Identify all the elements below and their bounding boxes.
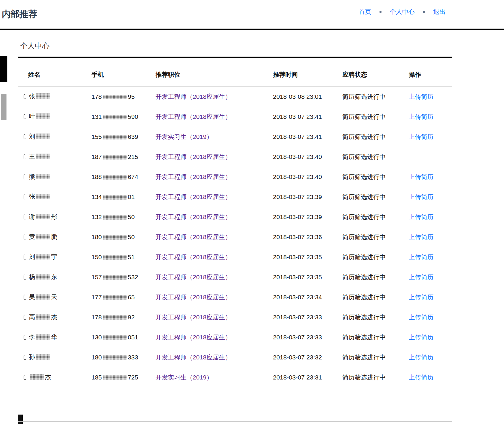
attachment-icon xyxy=(23,174,27,181)
nav-home-link[interactable]: 首页 xyxy=(359,8,371,16)
application-status: 简历筛选进行中 xyxy=(342,127,409,147)
candidate-phone-cell: 180333 xyxy=(91,347,156,367)
name-visible-prefix: 张 xyxy=(29,93,35,100)
position-link[interactable]: 开发工程师（2018应届生） xyxy=(156,234,231,240)
position-link[interactable]: 开发工程师（2018应届生） xyxy=(156,254,231,260)
nav-personal-center-link[interactable]: 个人中心 xyxy=(390,8,415,16)
attachment-icon xyxy=(23,94,27,101)
name-redacted xyxy=(36,134,50,139)
phone-redacted xyxy=(103,335,127,340)
attachment-icon xyxy=(23,374,27,382)
action-cell: 上传简历 xyxy=(409,327,452,347)
position-cell: 开发工程师（2018应届生） xyxy=(156,207,273,227)
upload-resume-link[interactable]: 上传简历 xyxy=(409,294,433,300)
upload-resume-link[interactable]: 上传简历 xyxy=(409,234,433,240)
candidate-phone-cell: 188674 xyxy=(91,167,156,187)
upload-resume-link[interactable]: 上传简历 xyxy=(409,193,433,200)
referral-time: 2018-03-07 23:39 xyxy=(273,207,342,227)
nav-logout-link[interactable]: 退出 xyxy=(433,8,446,16)
name-visible-prefix: 刘 xyxy=(29,253,35,260)
upload-resume-link[interactable]: 上传简历 xyxy=(409,254,433,260)
position-link[interactable]: 开发工程师（2018应届生） xyxy=(156,314,231,321)
attachment-icon xyxy=(23,274,27,281)
phone-visible-prefix: 185 xyxy=(91,374,102,381)
position-link[interactable]: 开发工程师（2018应届生） xyxy=(156,193,231,200)
position-cell: 开发实习生（2019） xyxy=(156,127,273,147)
application-status: 简历筛选进行中 xyxy=(342,147,409,167)
upload-resume-link[interactable]: 上传简历 xyxy=(409,133,433,140)
phone-visible-prefix: 132 xyxy=(91,213,102,220)
position-link[interactable]: 开发工程师（2018应届生） xyxy=(156,294,231,300)
upload-resume-link[interactable]: 上传简历 xyxy=(409,173,433,180)
upload-resume-link[interactable]: 上传简历 xyxy=(409,354,433,361)
application-status: 简历筛选进行中 xyxy=(342,367,409,387)
candidate-name-cell: 杰 xyxy=(18,367,91,387)
attachment-icon xyxy=(23,154,27,161)
upload-resume-link[interactable]: 上传简历 xyxy=(409,374,433,381)
upload-resume-link[interactable]: 上传简历 xyxy=(409,274,433,280)
name-redacted xyxy=(36,314,50,320)
position-link[interactable]: 开发工程师（2018应届生） xyxy=(156,113,231,120)
position-link[interactable]: 开发实习生（2019） xyxy=(156,374,213,381)
table-row: 熊 188674 开发工程师（2018应届生） 2018-03-07 23:40… xyxy=(18,167,452,187)
candidate-name-cell: 刘宇 xyxy=(18,247,91,267)
application-status: 简历筛选进行中 xyxy=(342,287,409,307)
table-row: 高杰 17892 开发工程师（2018应届生） 2018-03-07 23:33… xyxy=(18,307,452,327)
position-link[interactable]: 开发工程师（2018应届生） xyxy=(156,173,231,180)
candidate-name-cell: 王 xyxy=(18,147,91,167)
application-status: 简历筛选进行中 xyxy=(342,227,409,247)
referral-time: 2018-03-07 23:31 xyxy=(273,367,342,387)
name-visible-prefix: 熊 xyxy=(29,173,35,180)
phone-visible-prefix: 178 xyxy=(91,314,102,321)
upload-resume-link[interactable]: 上传简历 xyxy=(409,213,433,220)
upload-resume-link[interactable]: 上传简历 xyxy=(409,113,433,120)
position-link[interactable]: 开发工程师（2018应届生） xyxy=(156,274,231,280)
position-link[interactable]: 开发实习生（2019） xyxy=(156,133,213,140)
phone-visible-suffix: 50 xyxy=(128,234,135,240)
phone-redacted xyxy=(103,295,127,300)
name-redacted xyxy=(36,154,50,159)
personal-center-card: 姓名 手机 推荐职位 推荐时间 应聘状态 操作 张 17895 开发工程师（20… xyxy=(18,58,452,422)
phone-visible-suffix: 333 xyxy=(128,354,138,361)
position-link[interactable]: 开发工程师（2018应届生） xyxy=(156,213,231,220)
table-row: 李华 130051 开发工程师（2018应届生） 2018-03-07 23:3… xyxy=(18,327,452,347)
phone-visible-prefix: 180 xyxy=(91,354,102,361)
phone-visible-suffix: 590 xyxy=(128,113,138,120)
left-edge-block xyxy=(0,56,7,82)
phone-visible-prefix: 150 xyxy=(91,254,102,260)
position-link[interactable]: 开发工程师（2018应届生） xyxy=(156,93,231,100)
candidate-name-cell: 孙 xyxy=(18,347,91,367)
phone-redacted xyxy=(103,255,127,260)
table-row: 吴天 17765 开发工程师（2018应届生） 2018-03-07 23:34… xyxy=(18,287,452,307)
referral-time: 2018-03-07 23:32 xyxy=(273,347,342,367)
name-visible-prefix: 谢 xyxy=(29,213,35,220)
name-redacted xyxy=(36,274,50,280)
upload-resume-link[interactable]: 上传简历 xyxy=(409,334,433,341)
phone-visible-prefix: 134 xyxy=(91,193,102,200)
attachment-icon xyxy=(23,214,27,221)
position-link[interactable]: 开发工程师（2018应届生） xyxy=(156,334,231,341)
candidate-phone-cell: 17895 xyxy=(91,87,156,107)
left-scrollbar-thumb[interactable] xyxy=(1,94,6,120)
upload-resume-link[interactable]: 上传简历 xyxy=(409,93,433,100)
phone-redacted xyxy=(103,95,127,99)
candidate-name-cell: 叶 xyxy=(18,107,91,127)
upload-resume-link[interactable]: 上传简历 xyxy=(409,314,433,321)
candidate-phone-cell: 131590 xyxy=(91,107,156,127)
name-visible-prefix: 吴 xyxy=(29,293,35,300)
name-redacted xyxy=(36,174,50,179)
position-cell: 开发工程师（2018应届生） xyxy=(156,167,273,187)
phone-redacted xyxy=(103,355,127,360)
candidate-name-cell: 高杰 xyxy=(18,307,91,327)
referral-time: 2018-03-07 23:35 xyxy=(273,247,342,267)
phone-redacted xyxy=(103,315,127,320)
name-visible-suffix: 鹏 xyxy=(51,233,57,240)
position-link[interactable]: 开发工程师（2018应届生） xyxy=(156,153,231,160)
name-visible-suffix: 宇 xyxy=(51,253,57,260)
attachment-icon xyxy=(23,194,27,201)
name-visible-prefix: 高 xyxy=(29,313,35,320)
position-link[interactable]: 开发工程师（2018应届生） xyxy=(156,354,231,361)
phone-redacted xyxy=(103,115,127,119)
table-header: 姓名 手机 推荐职位 推荐时间 应聘状态 操作 xyxy=(18,58,452,87)
phone-visible-suffix: 532 xyxy=(128,274,138,280)
